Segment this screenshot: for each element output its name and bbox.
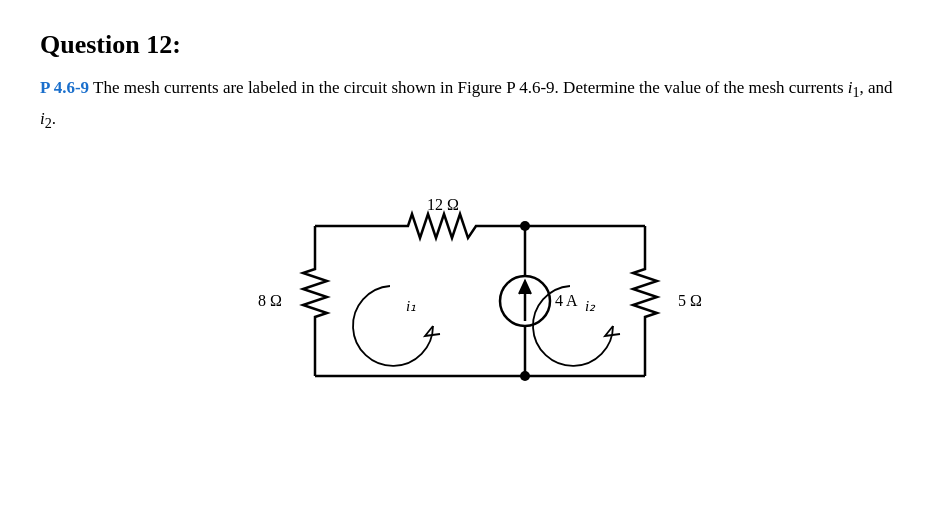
mesh2-label: i₂ <box>584 298 595 314</box>
circuit-diagram: 12 Ω 8 Ω 5 Ω 4 A i₁ i₂ <box>215 166 735 426</box>
problem-text: P 4.6-9 The mesh currents are labeled in… <box>40 74 909 136</box>
current-source-label: 4 A <box>555 292 578 309</box>
question-title: Question 12: <box>40 30 909 60</box>
mesh1-label: i₁ <box>405 298 415 314</box>
resistor-left-label: 8 Ω <box>258 292 282 309</box>
svg-point-12 <box>520 221 530 231</box>
svg-point-13 <box>520 371 530 381</box>
problem-description: The mesh currents are labeled in the cir… <box>40 78 893 128</box>
resistor-right-label: 5 Ω <box>678 292 702 309</box>
resistor-top-label: 12 Ω <box>427 196 459 213</box>
circuit-container: 12 Ω 8 Ω 5 Ω 4 A i₁ i₂ <box>40 166 909 426</box>
problem-label: P 4.6-9 <box>40 78 89 97</box>
